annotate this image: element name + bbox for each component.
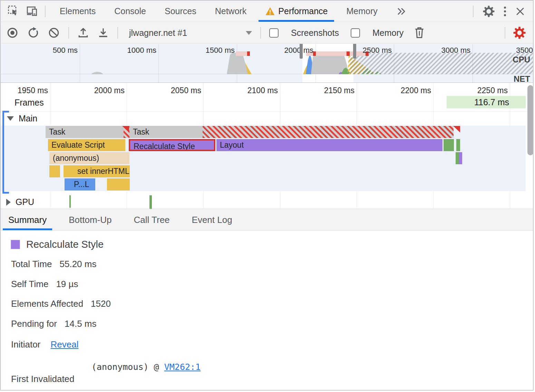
- flame-bar[interactable]: [456, 139, 460, 151]
- selection-left-handle[interactable]: [300, 44, 303, 59]
- expand-triangle-icon[interactable]: [6, 199, 11, 206]
- record-button[interactable]: [6, 27, 19, 39]
- event-title: Recalculate Style: [26, 239, 104, 250]
- flame-bar[interactable]: Task: [129, 126, 203, 138]
- tab-memory[interactable]: Memory: [337, 1, 387, 22]
- flame-layer: TaskTaskEvaluate ScriptRecalculate Style…: [1, 83, 533, 209]
- ruler-tick-label: 3500: [476, 46, 533, 55]
- summary-row-total-time: Total Time55.20 ms: [11, 259, 96, 270]
- divider: [505, 27, 505, 39]
- flame-bar[interactable]: Evaluate Script: [48, 139, 125, 151]
- long-task-red-segment: [247, 51, 250, 56]
- tab-elements[interactable]: Elements: [50, 1, 105, 22]
- tab-summary[interactable]: Summary: [1, 209, 54, 230]
- screenshots-label[interactable]: Screenshots: [291, 28, 339, 38]
- reveal-link[interactable]: Reveal: [51, 339, 79, 350]
- load-profile-icon[interactable]: [77, 27, 89, 39]
- ruler-tick-label: 500 ms: [21, 46, 78, 55]
- summary-row-first-invalidated: First Invalidated (anonymous) @ VM262:1: [11, 359, 322, 385]
- kebab-menu-icon[interactable]: [504, 7, 506, 16]
- details-tabbar: Summary Bottom-Up Call Tree Event Log: [1, 209, 533, 231]
- performance-toolbar: jlwagner.net #1 Screenshots Memory: [1, 22, 533, 43]
- summary-row-initiator: Initiator Reveal: [11, 339, 78, 350]
- warning-icon: [265, 7, 275, 16]
- long-task-corner-icon: [453, 126, 460, 133]
- long-task-corner-icon: [122, 126, 129, 133]
- reload-and-record-button[interactable]: [27, 27, 39, 39]
- tab-call-tree[interactable]: Call Tree: [126, 209, 177, 230]
- gpu-activity-tick: [69, 195, 71, 208]
- long-task-red-segment: [313, 51, 316, 56]
- tab-performance[interactable]: Performance: [256, 1, 337, 22]
- vertical-scrollbar-thumb[interactable]: [527, 85, 533, 155]
- memory-checkbox[interactable]: [351, 28, 360, 38]
- tab-sources[interactable]: Sources: [155, 1, 206, 22]
- panel-tabs: Elements Console Sources Network Perform…: [50, 1, 416, 22]
- chevron-down-icon[interactable]: [246, 31, 252, 35]
- gpu-track-header[interactable]: GPU: [6, 197, 34, 207]
- net-lane-label: NET: [514, 74, 530, 83]
- divider: [473, 6, 474, 17]
- summary-panel: Recalculate Style Total Time55.20 ms Sel…: [1, 231, 533, 391]
- chevron-double-right-icon: [396, 7, 407, 16]
- flame-bar[interactable]: set innerHTML: [64, 165, 130, 177]
- cpu-baseline: [1, 74, 533, 74]
- ruler-tick-label: 1000 ms: [100, 46, 156, 55]
- cpu-lane-label: CPU: [513, 55, 530, 65]
- ruler-tick-label: 1500 ms: [178, 46, 235, 55]
- inspect-element-icon[interactable]: [8, 5, 20, 18]
- tab-bottom-up[interactable]: Bottom-Up: [61, 209, 119, 230]
- ruler-tick-label: 2000 ms: [257, 46, 313, 55]
- ruler-tick-label: 2500 ms: [335, 46, 392, 55]
- flame-bar[interactable]: [49, 165, 60, 177]
- flame-bar[interactable]: (anonymous): [49, 152, 129, 164]
- capture-settings-gear-icon[interactable]: [513, 26, 526, 39]
- memory-label[interactable]: Memory: [372, 28, 403, 38]
- flame-bar[interactable]: [459, 152, 462, 164]
- timeline-overview[interactable]: 500 ms1000 ms1500 ms2000 ms2500 ms3000 m…: [1, 44, 533, 83]
- summary-row-pending-for: Pending for14.5 ms: [11, 318, 96, 329]
- close-icon[interactable]: [515, 6, 525, 17]
- flame-bar[interactable]: Task: [46, 126, 124, 138]
- divider: [260, 27, 261, 39]
- tab-console[interactable]: Console: [105, 1, 155, 22]
- event-color-swatch: [11, 240, 20, 249]
- divider: [1, 209, 533, 209]
- timeline-detail-pane[interactable]: 1950 ms2000 ms2050 ms2100 ms2150 ms2200 …: [1, 83, 533, 209]
- recording-select[interactable]: jlwagner.net #1: [129, 28, 236, 38]
- more-tabs-chevron[interactable]: [387, 1, 416, 22]
- long-task-bar: [236, 51, 250, 56]
- trash-icon[interactable]: [414, 27, 425, 39]
- stack-frame: (anonymous) @ VM262:1: [91, 362, 201, 372]
- gpu-activity-tick: [149, 195, 152, 209]
- summary-row-self-time: Self Time19 µs: [11, 279, 78, 290]
- device-toolbar-icon[interactable]: [26, 5, 39, 18]
- flame-bar[interactable]: P...L: [65, 178, 95, 190]
- tab-event-log[interactable]: Event Log: [184, 209, 240, 230]
- devtools-window: Elements Console Sources Network Perform…: [0, 0, 534, 391]
- clear-recording-icon[interactable]: [48, 27, 60, 39]
- ruler-tick-label: 3000 ms: [414, 46, 470, 55]
- summary-row-elements-affected: Elements Affected1520: [11, 298, 111, 309]
- save-profile-icon[interactable]: [97, 27, 109, 39]
- flame-bar[interactable]: [203, 126, 454, 138]
- flame-bar-selected[interactable]: Recalculate Style: [129, 139, 215, 151]
- divider: [68, 27, 69, 39]
- flame-bar[interactable]: [107, 178, 130, 190]
- screenshots-checkbox[interactable]: [269, 28, 279, 38]
- divider: [117, 27, 118, 39]
- devtools-tabbar: Elements Console Sources Network Perform…: [1, 1, 533, 22]
- tab-network[interactable]: Network: [206, 1, 256, 22]
- settings-gear-icon[interactable]: [483, 5, 495, 18]
- flame-bar[interactable]: Layout: [216, 139, 442, 151]
- selection-right-handle[interactable]: [353, 44, 356, 59]
- source-location-link[interactable]: VM262:1: [164, 362, 201, 372]
- divider: [45, 6, 46, 17]
- flame-bar[interactable]: [444, 139, 454, 151]
